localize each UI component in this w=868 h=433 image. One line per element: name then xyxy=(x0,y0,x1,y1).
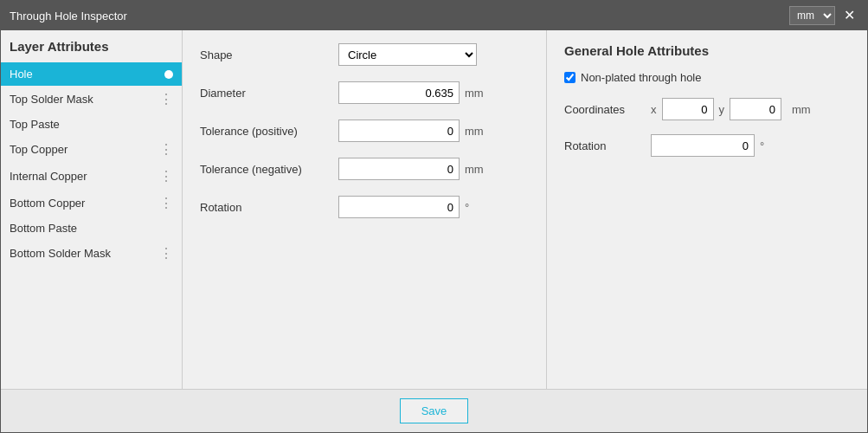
layer-item-top-copper[interactable]: Top Copper ⋮ xyxy=(1,136,182,163)
layer-item-label: Internal Copper xyxy=(10,170,159,183)
layer-item-internal-copper[interactable]: Internal Copper ⋮ xyxy=(1,163,182,190)
middle-rotation-row: Rotation ° xyxy=(200,196,529,218)
warning-icon: ⋮ xyxy=(159,168,173,184)
layer-list: Hole Top Solder Mask ⋮ Top Paste Top Cop… xyxy=(1,62,182,380)
y-axis-label: y xyxy=(719,103,725,116)
layer-item-bottom-paste[interactable]: Bottom Paste xyxy=(1,216,182,240)
middle-panel: Shape Circle Square Oval Diameter mm Tol… xyxy=(183,30,547,389)
tolerance-positive-input[interactable] xyxy=(338,120,460,142)
tolerance-positive-row: Tolerance (positive) mm xyxy=(200,120,529,142)
title-bar-controls: mm inch mil ✕ xyxy=(789,6,858,25)
layer-item-label: Top Copper xyxy=(10,143,159,156)
diameter-input[interactable] xyxy=(338,81,460,104)
rotation-input[interactable] xyxy=(651,134,755,157)
non-plated-label[interactable]: Non-plated through hole xyxy=(581,71,702,84)
warning-icon: ⋮ xyxy=(159,195,173,211)
diameter-unit: mm xyxy=(465,87,484,100)
non-plated-row: Non-plated through hole xyxy=(564,71,850,84)
rotation-label: Rotation xyxy=(564,139,651,152)
non-plated-checkbox[interactable] xyxy=(564,72,575,83)
warning-icon: ⋮ xyxy=(159,245,173,262)
coord-unit: mm xyxy=(792,103,811,116)
warning-icon: ⋮ xyxy=(159,141,173,158)
layer-item-label: Top Paste xyxy=(10,118,173,131)
middle-rotation-unit: ° xyxy=(465,201,469,214)
window-title: Through Hole Inspector xyxy=(10,10,127,23)
coord-pair: x y mm xyxy=(651,98,811,120)
right-panel: General Hole Attributes Non-plated throu… xyxy=(547,30,867,389)
rotation-row: Rotation ° xyxy=(564,134,850,157)
right-panel-heading: General Hole Attributes xyxy=(564,43,850,58)
shape-select[interactable]: Circle Square Oval xyxy=(338,43,477,66)
coordinates-row: Coordinates x y mm xyxy=(564,98,850,120)
x-coordinate-input[interactable] xyxy=(662,98,714,120)
layer-item-label: Hole xyxy=(10,68,164,81)
tolerance-positive-label: Tolerance (positive) xyxy=(200,125,338,138)
close-button[interactable]: ✕ xyxy=(840,9,858,23)
save-button[interactable]: Save xyxy=(400,398,469,423)
bottom-bar: Save xyxy=(1,389,867,432)
middle-rotation-label: Rotation xyxy=(200,201,338,214)
x-axis-label: x xyxy=(651,103,657,116)
tolerance-positive-unit: mm xyxy=(465,125,484,138)
layer-item-bottom-solder-mask[interactable]: Bottom Solder Mask ⋮ xyxy=(1,240,182,267)
title-bar: Through Hole Inspector mm inch mil ✕ xyxy=(1,1,867,30)
window: Through Hole Inspector mm inch mil ✕ Lay… xyxy=(0,0,868,433)
shape-label: Shape xyxy=(200,48,338,61)
dot-icon xyxy=(164,70,173,79)
left-panel: Layer Attributes Hole Top Solder Mask ⋮ … xyxy=(1,30,183,389)
layer-item-bottom-copper[interactable]: Bottom Copper ⋮ xyxy=(1,190,182,216)
warning-icon: ⋮ xyxy=(159,91,173,107)
content-area: Layer Attributes Hole Top Solder Mask ⋮ … xyxy=(1,30,867,389)
tolerance-negative-input[interactable] xyxy=(338,158,460,180)
coordinates-label: Coordinates xyxy=(564,103,651,116)
tolerance-negative-label: Tolerance (negative) xyxy=(200,163,338,176)
shape-row: Shape Circle Square Oval xyxy=(200,43,529,66)
tolerance-negative-unit: mm xyxy=(465,163,484,176)
diameter-label: Diameter xyxy=(200,87,338,100)
layer-item-top-paste[interactable]: Top Paste xyxy=(1,113,182,136)
layer-item-hole[interactable]: Hole xyxy=(1,62,182,86)
layer-item-label: Bottom Copper xyxy=(10,197,159,210)
rotation-unit: ° xyxy=(760,139,764,152)
layer-item-label: Top Solder Mask xyxy=(10,93,159,106)
left-panel-heading: Layer Attributes xyxy=(1,39,182,62)
layer-item-top-solder-mask[interactable]: Top Solder Mask ⋮ xyxy=(1,86,182,113)
y-coordinate-input[interactable] xyxy=(730,98,781,120)
tolerance-negative-row: Tolerance (negative) mm xyxy=(200,158,529,180)
middle-rotation-input[interactable] xyxy=(338,196,460,218)
diameter-row: Diameter mm xyxy=(200,81,529,104)
unit-select[interactable]: mm inch mil xyxy=(789,6,835,25)
layer-item-label: Bottom Paste xyxy=(10,222,173,235)
layer-item-label: Bottom Solder Mask xyxy=(10,247,159,260)
